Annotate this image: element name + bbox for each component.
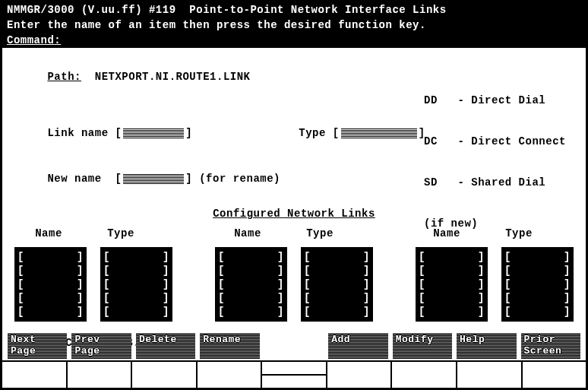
table-cell[interactable]: [] — [100, 250, 172, 264]
status-box-9 — [523, 362, 586, 388]
table-cell[interactable]: [] — [14, 250, 87, 264]
table-cell[interactable]: [] — [301, 264, 373, 277]
function-key-row: Next Page Prev Page Delete Rename Add Mo… — [5, 333, 583, 359]
fkey-prev-page[interactable]: Prev Page — [71, 333, 131, 359]
table-cell[interactable]: [] — [100, 264, 172, 277]
status-box-8 — [457, 362, 523, 388]
status-boxes — [2, 360, 586, 388]
table-cell[interactable]: [] — [215, 291, 287, 305]
table-cell[interactable]: [] — [100, 305, 172, 319]
table-cell[interactable]: [] — [215, 264, 287, 277]
instruction-line: Enter the name of an item then press the… — [2, 17, 586, 33]
linkname-label: Link name — [47, 127, 108, 139]
status-box-5 — [262, 362, 327, 388]
table-cell[interactable]: [] — [301, 291, 373, 305]
status-box-1 — [2, 362, 68, 388]
fkey-modify[interactable]: Modify — [393, 333, 452, 359]
table-cell[interactable]: [] — [416, 291, 488, 305]
table-cell[interactable]: [] — [14, 291, 87, 305]
table-cell[interactable]: [] — [14, 264, 87, 277]
table-cell[interactable]: [] — [100, 291, 172, 305]
table-cell[interactable]: [] — [14, 305, 87, 319]
table-cell[interactable]: [] — [501, 264, 574, 277]
status-box-3 — [132, 362, 198, 388]
fkey-next-page[interactable]: Next Page — [8, 333, 67, 359]
name-col-1[interactable]: [][][][][] — [14, 247, 87, 322]
linkname-input[interactable] — [123, 128, 184, 138]
name-col-2[interactable]: [][][][][] — [215, 247, 287, 322]
type-legend: DD - Direct Dial DC - Direct Connect SD … — [424, 66, 566, 258]
fkey-add[interactable]: Add — [328, 333, 387, 359]
title-bar: NMMGR/3000 (V.uu.ff) #119 Point-to-Point… — [2, 2, 586, 17]
newname-input[interactable] — [123, 173, 184, 184]
table-cell[interactable]: [] — [215, 250, 287, 264]
table-cell[interactable]: [] — [14, 277, 87, 291]
fkey-rename[interactable]: Rename — [200, 333, 259, 359]
status-box-6 — [327, 362, 393, 388]
type-col-2[interactable]: [][][][][] — [301, 247, 373, 322]
table-cell[interactable]: [] — [301, 305, 373, 319]
table-cell[interactable]: [] — [416, 305, 488, 319]
newname-label: New name — [47, 173, 101, 185]
table-cell[interactable]: [] — [501, 291, 574, 305]
type-label: Type — [299, 127, 326, 139]
table-cell[interactable]: [] — [215, 277, 287, 291]
type-col-3[interactable]: [][][][][] — [501, 247, 574, 322]
table-cell[interactable]: [] — [501, 277, 574, 291]
fkey-help[interactable]: Help — [457, 333, 516, 359]
table-cell[interactable]: [] — [416, 277, 488, 291]
fkey-delete[interactable]: Delete — [136, 333, 195, 359]
table-cell[interactable]: [] — [301, 277, 373, 291]
status-box-2 — [68, 362, 133, 388]
table-cell[interactable]: [] — [215, 305, 287, 319]
status-box-7 — [392, 362, 457, 388]
links-table: [][][][][] [][][][][] [][][][][] [][][][… — [7, 247, 581, 322]
table-cell[interactable]: [] — [301, 250, 373, 264]
type-col-1[interactable]: [][][][][] — [100, 247, 172, 322]
table-cell[interactable]: [] — [100, 277, 172, 291]
fkey-prior-screen[interactable]: Prior Screen — [521, 333, 580, 359]
rename-hint: (for rename) — [199, 173, 280, 185]
name-col-3[interactable]: [][][][][] — [416, 247, 488, 322]
table-cell[interactable]: [] — [416, 264, 488, 277]
type-input[interactable] — [341, 128, 417, 138]
command-line[interactable]: Command: — [2, 33, 586, 48]
table-cell[interactable]: [] — [501, 305, 574, 319]
status-box-4 — [198, 362, 263, 388]
